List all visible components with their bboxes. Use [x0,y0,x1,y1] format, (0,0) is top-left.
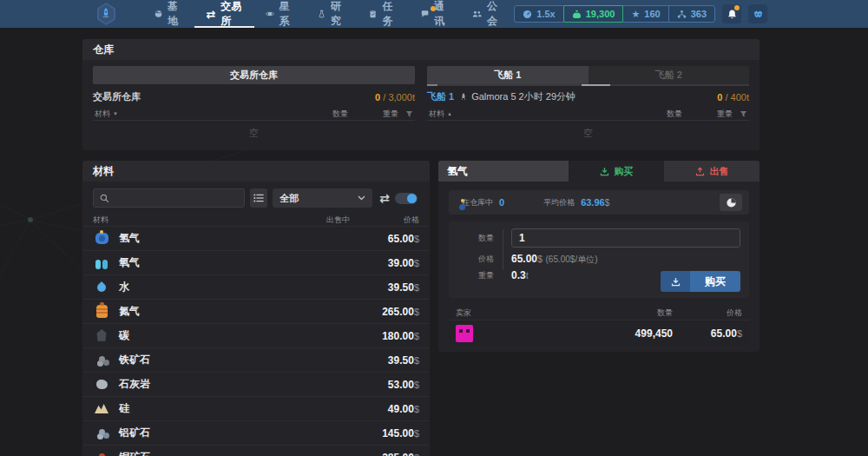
community-button[interactable] [748,4,767,23]
nav-item-comms[interactable]: 通讯 [410,0,461,28]
sell-tab-label: 出售 [710,165,729,178]
notifications-button[interactable] [722,4,741,23]
quantity-label: 数量 [449,233,503,244]
capacity-max: / 3,000t [380,92,415,102]
ship-table-header: 材料 ▲ 数量 重量 [427,108,749,121]
nav-item-base[interactable]: 基地 [143,0,194,28]
price-chart-button[interactable] [720,194,742,211]
column-price-label: 价格 [673,307,742,319]
status-badges: 1.5x 19,300 ★ 160 363 [514,5,715,23]
filter-funnel-icon[interactable] [405,110,413,118]
speed-badge[interactable]: 1.5x [514,5,563,23]
search-input[interactable] [115,193,238,203]
material-row-iron-ore[interactable]: 铁矿石 39.50$ [82,347,430,372]
column-qty-label: 数量 [604,109,682,120]
tab-exchange-warehouse[interactable]: 交易所仓库 [93,66,415,84]
column-material-label: 材料 [429,109,444,120]
tab-ship-1[interactable]: 飞船 1 [427,66,589,84]
material-price: 180.00$ [382,330,419,342]
holding-strip: 在仓库中 0 平均价格 63.96$ [449,190,749,215]
material-row-water[interactable]: 水 39.50$ [82,274,430,299]
material-name: 氧气 [119,255,140,270]
nav-item-label: 通讯 [434,0,450,29]
app-logo[interactable] [97,3,115,25]
tradeable-toggle-group: ⇄ [378,192,419,204]
water-drop-icon [93,280,110,295]
materials-title: 材料 [93,164,114,179]
material-price: 285.00$ [382,452,419,456]
tab-label: 交易所仓库 [230,69,278,82]
ship-label: 飞船 1 [427,90,454,103]
buy-button[interactable]: 购买 [661,271,740,292]
toggle-knob [407,194,417,203]
nav-item-label: 任务 [382,0,398,29]
material-price: 145.00$ [382,427,419,439]
category-select[interactable]: 全部 [273,188,372,208]
nav-item-research[interactable]: 研究 [306,0,358,28]
material-row-silicon[interactable]: 硅 49.00$ [82,396,430,420]
material-row-limestone[interactable]: 石灰岩 53.00$ [82,372,430,396]
material-name: 水 [119,280,129,294]
discord-icon [753,9,764,20]
buy-form: 数量 价格 65.00$ (65.00$/单位) 重量 0.3t [449,221,749,298]
warehouse-body: 交易所仓库 交易所仓库 0 / 3,000t 材料 ▼ 数量 重量 空 [82,60,760,150]
speed-value: 1.5x [536,9,555,19]
money-value: 19,300 [586,9,615,19]
exchange-empty-state: 空 [93,121,415,145]
material-row-aluminum-ore[interactable]: 铝矿石 145.00$ [82,420,430,445]
star-icon: ★ [631,10,640,19]
tab-label: 飞船 1 [494,69,521,82]
column-weight-label: 重量 [682,109,733,120]
sort-asc-icon: ▲ [447,111,452,116]
sellers-table-header: 卖家 数量 价格 [449,307,749,320]
material-row-copper-ore[interactable]: 铜矿石 285.00$ [82,445,430,456]
notification-dot [734,5,740,10]
list-view-button[interactable] [250,188,267,208]
nav-item-label: 星系 [279,0,295,29]
copper-ore-icon [93,450,110,456]
material-price: 39.50$ [388,354,419,367]
warehouse-title: 仓库 [93,43,114,57]
material-row-carbon[interactable]: 碳 180.00$ [82,323,430,347]
silicon-icon [93,401,110,417]
material-row-nitrogen[interactable]: 氮气 265.00$ [82,299,430,323]
nav-item-galaxy[interactable]: 星系 [254,0,306,28]
material-row-oxygen[interactable]: 氧气 39.00$ [82,250,430,274]
material-price: 265.00$ [382,306,419,318]
material-name: 氮气 [119,304,140,319]
nav-item-exchange[interactable]: ⇄ 交易所 [194,0,253,28]
column-material-sortable[interactable]: 材料 ▲ [429,109,604,120]
star-badge[interactable]: ★ 160 [622,5,668,23]
materials-table-header: 材料 出售中 价格 [82,214,430,226]
tab-ship-2[interactable]: 飞船 2 [589,66,750,84]
chevron-down-icon [358,195,365,201]
tab-buy[interactable]: 购买 [569,161,664,182]
quantity-input[interactable] [511,228,740,248]
filter-funnel-icon[interactable] [740,110,747,118]
limestone-icon [93,377,110,393]
material-price: 53.00$ [388,379,419,391]
column-material-sortable[interactable]: 材料 ▼ [95,109,270,120]
hydrogen-tank-icon [93,231,110,247]
rocket-icon [101,8,111,20]
nav-item-guild[interactable]: 公会 [461,0,514,28]
population-badge[interactable]: 363 [668,5,715,23]
tradeable-toggle[interactable] [395,193,418,204]
seller-row[interactable]: 499,450 65.00$ [449,320,749,346]
tab-sell[interactable]: 出售 [664,161,760,182]
buy-button-label: 购买 [690,271,740,292]
avg-price-value: 63.96$ [581,197,609,208]
background-line [0,109,30,220]
nitrogen-tank-icon [93,304,110,320]
material-name: 氢气 [119,231,140,246]
top-nav-bar: 基地 ⇄ 交易所 星系 研究 任务 [0,0,868,28]
nav-item-tasks[interactable]: 任务 [358,0,409,28]
column-material-label: 材料 [95,109,110,120]
ship-route-text: Galmora 5 2小时 29分钟 [471,90,575,103]
material-price: 65.00$ [388,233,419,245]
money-badge[interactable]: 19,300 [563,5,624,23]
column-selling-label: 出售中 [254,215,350,226]
guild-icon [472,9,482,19]
material-row-hydrogen[interactable]: 氢气 65.00$ [82,226,430,250]
ship-empty-state: 空 [427,121,749,145]
